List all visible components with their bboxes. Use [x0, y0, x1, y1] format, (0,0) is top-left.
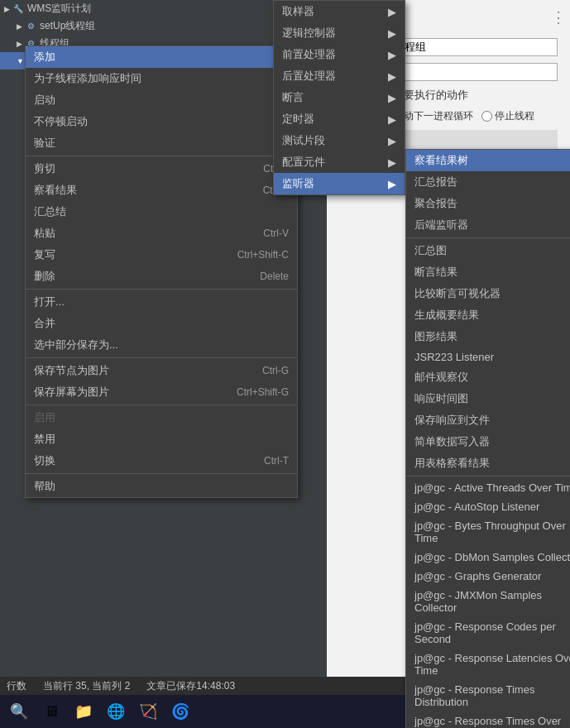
- menu-item-disable-label: 禁用: [34, 432, 289, 447]
- sep-1: [26, 156, 297, 156]
- status-position: 当前行 35, 当前列 2: [43, 679, 130, 693]
- listener-table-results[interactable]: 用表格察看结果: [406, 453, 570, 474]
- menu-item-add-label: 添加: [34, 50, 278, 65]
- listener-jpgc-autostop[interactable]: jp@gc - AutoStop Listener: [406, 497, 570, 516]
- submenu-listener[interactable]: 监听器 ▶: [274, 173, 405, 194]
- menu-item-add[interactable]: 添加 ▶: [26, 46, 297, 68]
- menu-item-paste[interactable]: 粘贴 Ctrl-V: [26, 223, 297, 244]
- submenu-config-arrow: ▶: [388, 156, 396, 169]
- context-menu: 添加 ▶ 为子线程添加响应时间 启动 不停顿启动 验证 剪切 Ctrl-X 察看…: [25, 46, 298, 498]
- listener-simple-writer[interactable]: 简单数据写入器: [406, 431, 570, 453]
- comment-input[interactable]: [389, 63, 558, 81]
- submenu-timer[interactable]: 定时器 ▶: [274, 108, 405, 130]
- taskbar-files[interactable]: 🖥: [36, 697, 66, 726]
- menu-item-duplicate[interactable]: 复写 Ctrl+Shift-C: [26, 244, 297, 266]
- menu-item-paste-shortcut: Ctrl-V: [263, 228, 289, 239]
- listener-jpgc-dbmon-label: jp@gc - DbMon Samples Collector: [414, 551, 570, 563]
- menu-item-help[interactable]: 帮助: [26, 476, 297, 497]
- listener-jpgc-bytes[interactable]: jp@gc - Bytes Throughput Over Time: [406, 516, 570, 548]
- three-dot-menu[interactable]: ⋮: [551, 8, 566, 26]
- listener-jpgc-graphs[interactable]: jp@gc - Graphs Generator: [406, 567, 570, 586]
- menu-item-merge[interactable]: 合并: [26, 313, 297, 334]
- submenu-add: 取样器 ▶ 逻辑控制器 ▶ 前置处理器 ▶ 后置处理器 ▶ 断言 ▶ 定时器 ▶…: [273, 0, 405, 195]
- sep-4: [26, 405, 297, 405]
- menu-item-validate[interactable]: 验证: [26, 132, 297, 154]
- submenu-post-arrow: ▶: [388, 70, 396, 83]
- radio-stop-thread[interactable]: 停止线程: [481, 109, 534, 123]
- listener-save-response[interactable]: 保存响应到文件: [406, 410, 570, 431]
- menu-item-start-label: 启动: [34, 93, 289, 108]
- menu-item-delete-shortcut: Delete: [260, 271, 289, 282]
- listener-backend[interactable]: 后端监听器: [406, 214, 570, 236]
- submenu-assertion-arrow: ▶: [388, 92, 396, 104]
- listener-graph-label: 图形结果: [414, 329, 457, 344]
- submenu-pre-arrow: ▶: [388, 49, 396, 61]
- listener-sep-2: [406, 476, 570, 477]
- menu-item-view-results[interactable]: 察看结果 Ctrl-C: [26, 180, 297, 201]
- listener-jpgc-dbmon[interactable]: jp@gc - DbMon Samples Collector: [406, 548, 570, 567]
- listener-jpgc-active-label: jp@gc - Active Threads Over Time: [414, 481, 570, 494]
- name-input[interactable]: [389, 38, 558, 56]
- listener-jsr223[interactable]: JSR223 Listener: [406, 347, 570, 366]
- menu-item-add-response-time[interactable]: 为子线程添加响应时间: [26, 68, 297, 89]
- listener-graph-results[interactable]: 图形结果: [406, 326, 570, 347]
- menu-item-delete-label: 删除: [34, 269, 243, 284]
- menu-item-save-node-img[interactable]: 保存节点为图片 Ctrl-G: [26, 360, 297, 381]
- menu-item-node-img-shortcut: Ctrl-G: [262, 365, 289, 376]
- listener-mail-label: 邮件观察仪: [414, 370, 468, 385]
- listener-aggregate-report[interactable]: 聚合报告: [406, 193, 570, 214]
- listener-jpgc-resp-dist-label: jp@gc - Response Times Distribution: [414, 683, 570, 708]
- taskbar-app2[interactable]: 🌀: [165, 697, 195, 726]
- menu-item-disable[interactable]: 禁用: [26, 429, 297, 450]
- listener-jpgc-resp-dist[interactable]: jp@gc - Response Times Distribution: [406, 680, 570, 711]
- listener-summary-results-label: 生成概要结果: [414, 308, 479, 323]
- menu-item-save-selection[interactable]: 选中部分保存为...: [26, 334, 297, 356]
- menu-item-save-screen-img[interactable]: 保存屏幕为图片 Ctrl+Shift-G: [26, 381, 297, 403]
- listener-compare-assertion[interactable]: 比较断言可视化器: [406, 283, 570, 304]
- listener-jpgc-jmxmon[interactable]: jp@gc - JMXMon Samples Collector: [406, 586, 570, 617]
- listener-view-tree[interactable]: 察看结果树: [406, 150, 570, 171]
- listener-view-tree-label: 察看结果树: [414, 153, 468, 168]
- sep-3: [26, 357, 297, 358]
- menu-item-start[interactable]: 启动: [26, 89, 297, 111]
- menu-item-cut[interactable]: 剪切 Ctrl-X: [26, 158, 297, 180]
- listener-summary-report[interactable]: 汇总报告: [406, 171, 570, 193]
- submenu-logic-ctrl[interactable]: 逻辑控制器 ▶: [274, 22, 405, 44]
- menu-item-delete[interactable]: 删除 Delete: [26, 266, 297, 287]
- submenu-test-fragment[interactable]: 测试片段 ▶: [274, 130, 405, 151]
- listener-jpgc-graphs-label: jp@gc - Graphs Generator: [414, 570, 541, 582]
- listener-jpgc-resp-latencies[interactable]: jp@gc - Response Latencies Over Time: [406, 649, 570, 680]
- submenu-sampler-label: 取样器: [282, 4, 314, 19]
- submenu-logic-label: 逻辑控制器: [282, 26, 336, 41]
- menu-item-save-sel-label: 选中部分保存为...: [34, 338, 289, 352]
- listener-mail-observer[interactable]: 邮件观察仪: [406, 366, 570, 388]
- listener-jpgc-resp-times[interactable]: jp@gc - Response Times Over Time: [406, 711, 570, 728]
- submenu-sampler[interactable]: 取样器 ▶: [274, 1, 405, 22]
- listener-jpgc-resp-codes[interactable]: jp@gc - Response Codes per Second: [406, 617, 570, 649]
- expand-icon-t1: ▶: [17, 40, 22, 48]
- listener-simple-writer-label: 简单数据写入器: [414, 434, 490, 449]
- menu-item-toggle[interactable]: 切换 Ctrl-T: [26, 450, 297, 472]
- listener-compare-label: 比较断言可视化器: [414, 286, 501, 301]
- taskbar-search[interactable]: 🔍: [4, 697, 34, 726]
- submenu-pre-label: 前置处理器: [282, 47, 336, 62]
- menu-item-summary[interactable]: 汇总结: [26, 201, 297, 223]
- listener-summary-chart[interactable]: 汇总图: [406, 240, 570, 261]
- taskbar-app1[interactable]: 🏹: [133, 697, 163, 726]
- submenu-pre-processor[interactable]: 前置处理器 ▶: [274, 44, 405, 65]
- listener-jpgc-active-threads[interactable]: jp@gc - Active Threads Over Time: [406, 478, 570, 497]
- menu-item-open[interactable]: 打开...: [26, 291, 297, 313]
- listener-response-time-graph[interactable]: 响应时间图: [406, 388, 570, 410]
- menu-item-merge-label: 合并: [34, 316, 289, 331]
- submenu-post-processor[interactable]: 后置处理器 ▶: [274, 65, 405, 87]
- taskbar-explorer[interactable]: 📁: [69, 697, 98, 726]
- menu-item-toggle-shortcut: Ctrl-T: [264, 455, 289, 467]
- menu-item-start-no-pause[interactable]: 不停顿启动: [26, 111, 297, 132]
- taskbar-edge[interactable]: 🌐: [101, 697, 131, 726]
- submenu-assertion[interactable]: 断言 ▶: [274, 87, 405, 108]
- submenu-config-element[interactable]: 配置元件 ▶: [274, 151, 405, 173]
- menu-item-response-label: 为子线程添加响应时间: [34, 71, 289, 86]
- listener-summary-results[interactable]: 生成概要结果: [406, 304, 570, 326]
- listener-assertion-results[interactable]: 断言结果: [406, 261, 570, 283]
- menu-item-enable[interactable]: 启用: [26, 407, 297, 429]
